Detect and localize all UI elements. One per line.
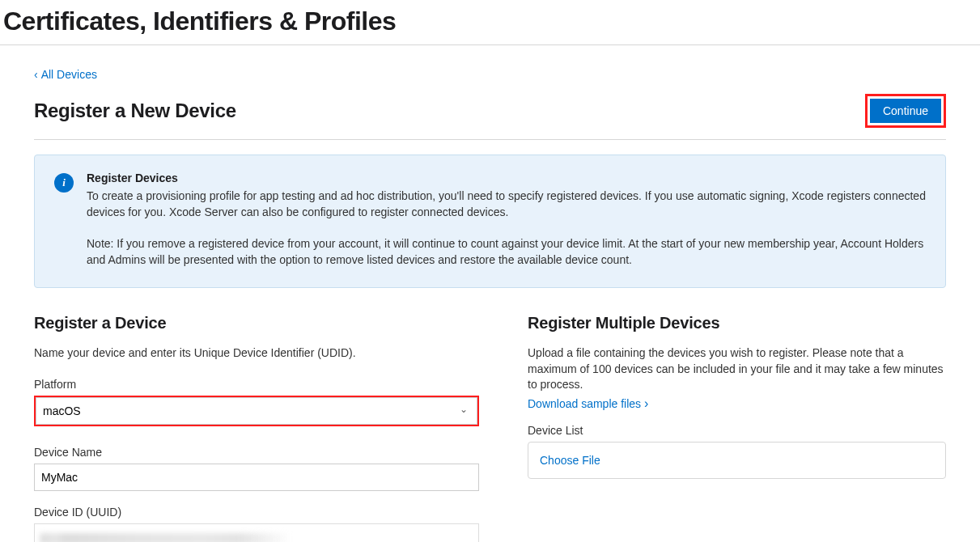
page-main-title: Certificates, Identifiers & Profiles — [0, 0, 980, 45]
right-section-desc: Upload a file containing the devices you… — [528, 345, 946, 393]
content-area: ‹ All Devices Register a New Device Cont… — [0, 45, 980, 542]
file-upload-box: Choose File — [528, 442, 946, 479]
device-name-group: Device Name — [34, 446, 479, 491]
info-content: Register Devices To create a provisionin… — [87, 171, 926, 268]
chevron-left-icon: ‹ — [34, 68, 38, 81]
device-id-group: Device ID (UUID) — [34, 506, 479, 542]
platform-select-wrapper: macOS — [34, 396, 479, 426]
back-all-devices-link[interactable]: ‹ All Devices — [34, 68, 97, 81]
device-list-group: Device List Choose File — [528, 424, 946, 479]
continue-highlight: Continue — [865, 94, 946, 128]
right-section-title: Register Multiple Devices — [528, 314, 946, 332]
platform-select[interactable]: macOS — [36, 397, 477, 425]
info-paragraph-2: Note: If you remove a registered device … — [87, 235, 926, 269]
sub-title: Register a New Device — [34, 100, 236, 122]
header-row: Register a New Device Continue — [34, 94, 946, 140]
register-multiple-devices-section: Register Multiple Devices Upload a file … — [528, 314, 946, 542]
choose-file-button[interactable]: Choose File — [540, 451, 600, 470]
device-list-label: Device List — [528, 424, 946, 437]
device-id-input[interactable] — [34, 523, 479, 542]
info-paragraph-1: To create a provisioning profile for app… — [87, 188, 926, 221]
continue-button[interactable]: Continue — [870, 99, 941, 123]
two-columns: Register a Device Name your device and e… — [34, 314, 946, 542]
left-section-title: Register a Device — [34, 314, 479, 332]
device-name-input[interactable] — [34, 464, 479, 491]
info-box: i Register Devices To create a provision… — [34, 155, 946, 288]
device-id-label: Device ID (UUID) — [34, 506, 479, 519]
device-id-redacted — [40, 533, 291, 542]
info-icon: i — [54, 173, 74, 193]
back-link-text: All Devices — [41, 68, 97, 81]
info-title: Register Devices — [87, 171, 926, 184]
device-name-label: Device Name — [34, 446, 479, 459]
platform-label: Platform — [34, 378, 479, 391]
download-sample-files-link[interactable]: Download sample files — [528, 396, 648, 411]
left-section-desc: Name your device and enter its Unique De… — [34, 345, 479, 362]
register-single-device-section: Register a Device Name your device and e… — [34, 314, 479, 542]
